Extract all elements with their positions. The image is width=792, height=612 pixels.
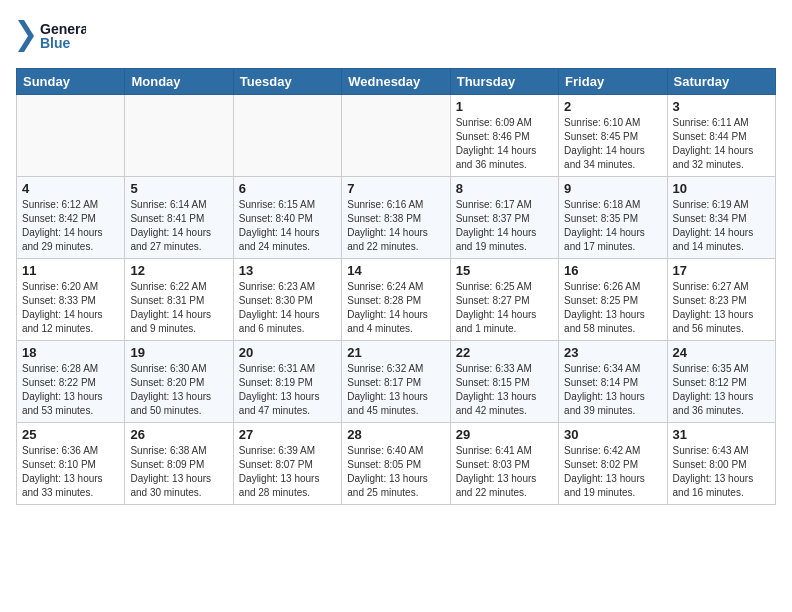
day-info: Sunrise: 6:20 AM Sunset: 8:33 PM Dayligh… xyxy=(22,280,119,336)
day-info: Sunrise: 6:16 AM Sunset: 8:38 PM Dayligh… xyxy=(347,198,444,254)
calendar-week-3: 18Sunrise: 6:28 AM Sunset: 8:22 PM Dayli… xyxy=(17,341,776,423)
day-info: Sunrise: 6:28 AM Sunset: 8:22 PM Dayligh… xyxy=(22,362,119,418)
day-number: 2 xyxy=(564,99,661,114)
weekday-header-friday: Friday xyxy=(559,69,667,95)
calendar-week-0: 1Sunrise: 6:09 AM Sunset: 8:46 PM Daylig… xyxy=(17,95,776,177)
calendar-cell xyxy=(17,95,125,177)
day-number: 5 xyxy=(130,181,227,196)
calendar-cell: 20Sunrise: 6:31 AM Sunset: 8:19 PM Dayli… xyxy=(233,341,341,423)
day-info: Sunrise: 6:36 AM Sunset: 8:10 PM Dayligh… xyxy=(22,444,119,500)
day-number: 6 xyxy=(239,181,336,196)
day-info: Sunrise: 6:43 AM Sunset: 8:00 PM Dayligh… xyxy=(673,444,770,500)
calendar-cell: 13Sunrise: 6:23 AM Sunset: 8:30 PM Dayli… xyxy=(233,259,341,341)
calendar-cell xyxy=(125,95,233,177)
calendar-cell: 25Sunrise: 6:36 AM Sunset: 8:10 PM Dayli… xyxy=(17,423,125,505)
day-number: 26 xyxy=(130,427,227,442)
calendar-cell: 3Sunrise: 6:11 AM Sunset: 8:44 PM Daylig… xyxy=(667,95,775,177)
calendar-cell: 27Sunrise: 6:39 AM Sunset: 8:07 PM Dayli… xyxy=(233,423,341,505)
calendar-cell: 11Sunrise: 6:20 AM Sunset: 8:33 PM Dayli… xyxy=(17,259,125,341)
calendar-cell: 4Sunrise: 6:12 AM Sunset: 8:42 PM Daylig… xyxy=(17,177,125,259)
day-info: Sunrise: 6:41 AM Sunset: 8:03 PM Dayligh… xyxy=(456,444,553,500)
calendar-cell: 8Sunrise: 6:17 AM Sunset: 8:37 PM Daylig… xyxy=(450,177,558,259)
day-info: Sunrise: 6:32 AM Sunset: 8:17 PM Dayligh… xyxy=(347,362,444,418)
calendar-cell: 14Sunrise: 6:24 AM Sunset: 8:28 PM Dayli… xyxy=(342,259,450,341)
day-info: Sunrise: 6:42 AM Sunset: 8:02 PM Dayligh… xyxy=(564,444,661,500)
logo: GeneralBlue xyxy=(16,16,86,56)
calendar-cell: 21Sunrise: 6:32 AM Sunset: 8:17 PM Dayli… xyxy=(342,341,450,423)
weekday-header-sunday: Sunday xyxy=(17,69,125,95)
day-info: Sunrise: 6:35 AM Sunset: 8:12 PM Dayligh… xyxy=(673,362,770,418)
calendar-header-row: SundayMondayTuesdayWednesdayThursdayFrid… xyxy=(17,69,776,95)
day-info: Sunrise: 6:14 AM Sunset: 8:41 PM Dayligh… xyxy=(130,198,227,254)
calendar-cell xyxy=(233,95,341,177)
day-info: Sunrise: 6:40 AM Sunset: 8:05 PM Dayligh… xyxy=(347,444,444,500)
day-info: Sunrise: 6:09 AM Sunset: 8:46 PM Dayligh… xyxy=(456,116,553,172)
day-number: 21 xyxy=(347,345,444,360)
calendar-cell: 12Sunrise: 6:22 AM Sunset: 8:31 PM Dayli… xyxy=(125,259,233,341)
day-number: 9 xyxy=(564,181,661,196)
day-info: Sunrise: 6:26 AM Sunset: 8:25 PM Dayligh… xyxy=(564,280,661,336)
day-number: 1 xyxy=(456,99,553,114)
day-number: 11 xyxy=(22,263,119,278)
day-number: 27 xyxy=(239,427,336,442)
calendar-cell: 22Sunrise: 6:33 AM Sunset: 8:15 PM Dayli… xyxy=(450,341,558,423)
day-info: Sunrise: 6:34 AM Sunset: 8:14 PM Dayligh… xyxy=(564,362,661,418)
calendar-cell: 10Sunrise: 6:19 AM Sunset: 8:34 PM Dayli… xyxy=(667,177,775,259)
svg-marker-0 xyxy=(18,20,34,52)
day-number: 28 xyxy=(347,427,444,442)
calendar-cell: 16Sunrise: 6:26 AM Sunset: 8:25 PM Dayli… xyxy=(559,259,667,341)
calendar-week-1: 4Sunrise: 6:12 AM Sunset: 8:42 PM Daylig… xyxy=(17,177,776,259)
calendar-cell: 2Sunrise: 6:10 AM Sunset: 8:45 PM Daylig… xyxy=(559,95,667,177)
weekday-header-thursday: Thursday xyxy=(450,69,558,95)
day-info: Sunrise: 6:27 AM Sunset: 8:23 PM Dayligh… xyxy=(673,280,770,336)
day-number: 19 xyxy=(130,345,227,360)
day-info: Sunrise: 6:23 AM Sunset: 8:30 PM Dayligh… xyxy=(239,280,336,336)
calendar-table: SundayMondayTuesdayWednesdayThursdayFrid… xyxy=(16,68,776,505)
day-info: Sunrise: 6:33 AM Sunset: 8:15 PM Dayligh… xyxy=(456,362,553,418)
day-info: Sunrise: 6:39 AM Sunset: 8:07 PM Dayligh… xyxy=(239,444,336,500)
day-info: Sunrise: 6:38 AM Sunset: 8:09 PM Dayligh… xyxy=(130,444,227,500)
day-number: 23 xyxy=(564,345,661,360)
calendar-cell: 24Sunrise: 6:35 AM Sunset: 8:12 PM Dayli… xyxy=(667,341,775,423)
calendar-cell: 18Sunrise: 6:28 AM Sunset: 8:22 PM Dayli… xyxy=(17,341,125,423)
day-info: Sunrise: 6:17 AM Sunset: 8:37 PM Dayligh… xyxy=(456,198,553,254)
header: GeneralBlue xyxy=(16,16,776,56)
day-info: Sunrise: 6:10 AM Sunset: 8:45 PM Dayligh… xyxy=(564,116,661,172)
calendar-cell: 26Sunrise: 6:38 AM Sunset: 8:09 PM Dayli… xyxy=(125,423,233,505)
day-number: 30 xyxy=(564,427,661,442)
day-info: Sunrise: 6:12 AM Sunset: 8:42 PM Dayligh… xyxy=(22,198,119,254)
calendar-cell: 31Sunrise: 6:43 AM Sunset: 8:00 PM Dayli… xyxy=(667,423,775,505)
day-number: 25 xyxy=(22,427,119,442)
day-info: Sunrise: 6:22 AM Sunset: 8:31 PM Dayligh… xyxy=(130,280,227,336)
day-info: Sunrise: 6:24 AM Sunset: 8:28 PM Dayligh… xyxy=(347,280,444,336)
day-info: Sunrise: 6:15 AM Sunset: 8:40 PM Dayligh… xyxy=(239,198,336,254)
calendar-cell: 28Sunrise: 6:40 AM Sunset: 8:05 PM Dayli… xyxy=(342,423,450,505)
day-number: 22 xyxy=(456,345,553,360)
day-number: 18 xyxy=(22,345,119,360)
day-number: 15 xyxy=(456,263,553,278)
day-info: Sunrise: 6:31 AM Sunset: 8:19 PM Dayligh… xyxy=(239,362,336,418)
day-info: Sunrise: 6:30 AM Sunset: 8:20 PM Dayligh… xyxy=(130,362,227,418)
calendar-week-4: 25Sunrise: 6:36 AM Sunset: 8:10 PM Dayli… xyxy=(17,423,776,505)
logo-svg: GeneralBlue xyxy=(16,16,86,56)
calendar-cell: 15Sunrise: 6:25 AM Sunset: 8:27 PM Dayli… xyxy=(450,259,558,341)
day-number: 31 xyxy=(673,427,770,442)
calendar-cell: 6Sunrise: 6:15 AM Sunset: 8:40 PM Daylig… xyxy=(233,177,341,259)
day-number: 13 xyxy=(239,263,336,278)
calendar-cell: 19Sunrise: 6:30 AM Sunset: 8:20 PM Dayli… xyxy=(125,341,233,423)
calendar-cell: 5Sunrise: 6:14 AM Sunset: 8:41 PM Daylig… xyxy=(125,177,233,259)
calendar-cell: 1Sunrise: 6:09 AM Sunset: 8:46 PM Daylig… xyxy=(450,95,558,177)
calendar-cell: 9Sunrise: 6:18 AM Sunset: 8:35 PM Daylig… xyxy=(559,177,667,259)
calendar-cell: 30Sunrise: 6:42 AM Sunset: 8:02 PM Dayli… xyxy=(559,423,667,505)
day-number: 4 xyxy=(22,181,119,196)
calendar-cell: 7Sunrise: 6:16 AM Sunset: 8:38 PM Daylig… xyxy=(342,177,450,259)
day-number: 10 xyxy=(673,181,770,196)
day-info: Sunrise: 6:11 AM Sunset: 8:44 PM Dayligh… xyxy=(673,116,770,172)
day-number: 24 xyxy=(673,345,770,360)
day-info: Sunrise: 6:18 AM Sunset: 8:35 PM Dayligh… xyxy=(564,198,661,254)
day-number: 7 xyxy=(347,181,444,196)
day-number: 12 xyxy=(130,263,227,278)
calendar-cell xyxy=(342,95,450,177)
calendar-week-2: 11Sunrise: 6:20 AM Sunset: 8:33 PM Dayli… xyxy=(17,259,776,341)
calendar-cell: 29Sunrise: 6:41 AM Sunset: 8:03 PM Dayli… xyxy=(450,423,558,505)
